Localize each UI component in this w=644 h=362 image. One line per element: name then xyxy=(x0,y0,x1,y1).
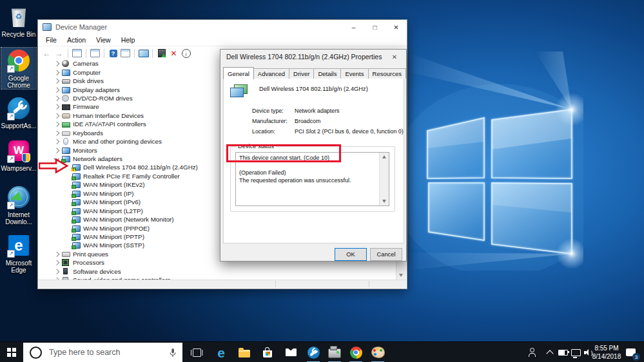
tab-events[interactable]: Events xyxy=(340,68,368,79)
dm-titlebar[interactable]: Device Manager – □ ✕ xyxy=(38,20,407,34)
action-center-button[interactable]: 3 xyxy=(620,342,641,362)
start-button[interactable] xyxy=(0,342,23,362)
toolbar-separator xyxy=(152,49,153,58)
cancel-button[interactable]: Cancel xyxy=(370,248,402,261)
tab-driver[interactable]: Driver xyxy=(289,68,314,79)
software-icon xyxy=(63,268,68,274)
back-icon[interactable] xyxy=(41,48,52,59)
chevron-collapsed-icon[interactable] xyxy=(52,137,62,146)
tab-details[interactable]: Details xyxy=(313,68,341,79)
ide-icon xyxy=(62,122,70,128)
chevron-collapsed-icon[interactable] xyxy=(52,102,62,111)
taskbar-app-edge[interactable]: e xyxy=(211,342,231,362)
desktop-icon-recycle-bin[interactable]: ♻Recycle Bin xyxy=(1,4,36,38)
tab-general[interactable]: General xyxy=(223,67,254,79)
tab-resources[interactable]: Resources xyxy=(368,68,406,79)
chevron-collapsed-icon[interactable] xyxy=(52,68,62,77)
keyboard-icon xyxy=(62,131,70,136)
tree-item-label: Firmware xyxy=(73,103,99,110)
taskbar-app-paint[interactable] xyxy=(368,342,387,362)
chevron-collapsed-icon[interactable] xyxy=(52,129,62,137)
update-driver-icon[interactable] xyxy=(156,48,167,59)
chevron-collapsed-icon[interactable] xyxy=(52,258,62,267)
close-button[interactable]: ✕ xyxy=(385,20,407,34)
computer-icon xyxy=(62,70,70,76)
tree-item-label: WAN Miniport (IKEv2) xyxy=(83,181,144,188)
toolbar-separator xyxy=(68,49,68,58)
chevron-collapsed-icon[interactable] xyxy=(52,86,62,94)
chevron-collapsed-icon[interactable] xyxy=(52,250,62,258)
recycle-bin-art: ♻ xyxy=(1,4,36,30)
chevron-collapsed-icon[interactable] xyxy=(52,120,62,128)
chevron-collapsed-icon[interactable] xyxy=(52,111,62,120)
status-scrollbar[interactable] xyxy=(379,153,389,205)
microphone-icon xyxy=(169,348,177,357)
tree-item-label: IDE ATA/ATAPI controllers xyxy=(73,120,146,128)
disable-device-icon[interactable] xyxy=(181,48,191,59)
toolbar-separator xyxy=(104,49,104,58)
maximize-button[interactable]: □ xyxy=(364,20,385,34)
taskbar-app-store[interactable] xyxy=(258,342,277,362)
action-pane-icon[interactable] xyxy=(120,48,131,59)
desktop-icon-label: SupportAs... xyxy=(1,122,36,129)
forward-icon[interactable] xyxy=(54,48,64,59)
menu-item-file[interactable]: File xyxy=(41,35,62,44)
minimize-button[interactable]: – xyxy=(343,20,364,34)
chevron-collapsed-icon[interactable] xyxy=(52,146,62,155)
taskbar-app-task-view[interactable] xyxy=(187,342,206,362)
dm-menubar: FileActionViewHelp xyxy=(38,34,407,46)
network-icon xyxy=(72,173,81,180)
dialog-close-button[interactable]: ✕ xyxy=(386,52,403,62)
network-icon xyxy=(72,182,81,188)
tree-item[interactable]: Software devices xyxy=(39,267,396,276)
toolbar-separator xyxy=(86,49,86,58)
device-field-row: Device type:Network adapters xyxy=(224,107,404,117)
notification-badge: 3 xyxy=(632,353,640,361)
desktop-icon-wampserver[interactable]: W↗Wampserv... xyxy=(1,138,36,172)
scan-hardware-icon[interactable] xyxy=(138,48,149,59)
chevron-up-icon[interactable] xyxy=(543,342,557,362)
chevron-collapsed-icon[interactable] xyxy=(52,59,62,68)
chevron-collapsed-icon[interactable] xyxy=(52,94,62,102)
battery-icon[interactable] xyxy=(556,342,570,362)
desktop-icon-google-chrome[interactable]: ↗GoogleChrome xyxy=(1,48,36,89)
chevron-collapsed-icon[interactable] xyxy=(52,267,62,276)
error-highlight-rectangle xyxy=(226,144,341,162)
device-manager-app-icon xyxy=(43,23,52,31)
properties-icon[interactable] xyxy=(90,48,101,59)
taskbar-app-chrome[interactable] xyxy=(346,342,366,362)
search-input[interactable] xyxy=(48,347,169,357)
menu-item-view[interactable]: View xyxy=(91,35,116,44)
shortcut-arrow-icon: ↗ xyxy=(7,202,15,209)
uninstall-device-icon[interactable] xyxy=(168,48,179,59)
taskbar-app-supportassist[interactable] xyxy=(304,342,323,362)
taskbar-app-file-explorer[interactable] xyxy=(235,342,254,362)
tab-advanced[interactable]: Advanced xyxy=(253,68,289,79)
people-icon[interactable] xyxy=(525,342,539,362)
dialog-tabstrip: GeneralAdvancedDriverDetailsEventsResour… xyxy=(223,66,405,79)
menu-item-help[interactable]: Help xyxy=(116,35,141,44)
help-icon[interactable] xyxy=(108,48,119,59)
desktop-icon-internet-download-manager[interactable]: ↗InternetDownlo... xyxy=(1,184,36,225)
desktop-icons: ♻Recycle Bin↗GoogleChrome↗SupportAs...W↗… xyxy=(0,0,39,335)
desktop-icon-microsoft-edge[interactable]: e↗MicrosoftEdge xyxy=(1,233,36,274)
menu-item-action[interactable]: Action xyxy=(62,35,91,44)
desktop-icon-label: GoogleChrome xyxy=(7,75,30,89)
camera-icon xyxy=(62,60,69,67)
store-icon xyxy=(263,350,272,357)
tree-item-label: Software devices xyxy=(73,268,121,275)
recycle-bin-icon: ♻ xyxy=(10,6,27,27)
taskbar-app-device-manager[interactable] xyxy=(325,342,344,362)
network-icon[interactable] xyxy=(569,342,583,362)
tree-item-label: WAN Miniport (PPPOE) xyxy=(83,225,150,232)
taskbar-app-mail[interactable] xyxy=(281,342,300,362)
chevron-collapsed-icon[interactable] xyxy=(52,77,62,85)
desktop-icon-supportassist[interactable]: ↗SupportAs... xyxy=(1,95,36,129)
taskbar-search[interactable] xyxy=(23,343,182,362)
tree-item-label: Monitors xyxy=(73,147,97,154)
console-tree-icon[interactable] xyxy=(72,48,83,59)
ok-button[interactable]: OK xyxy=(335,248,367,261)
tree-item-label: Mice and other pointing devices xyxy=(73,138,162,145)
dialog-titlebar[interactable]: Dell Wireless 1704 802.11b/g/n (2.4GHz) … xyxy=(220,50,406,64)
taskbar-clock[interactable]: 8:55 PM 8/14/2018 xyxy=(592,342,621,362)
